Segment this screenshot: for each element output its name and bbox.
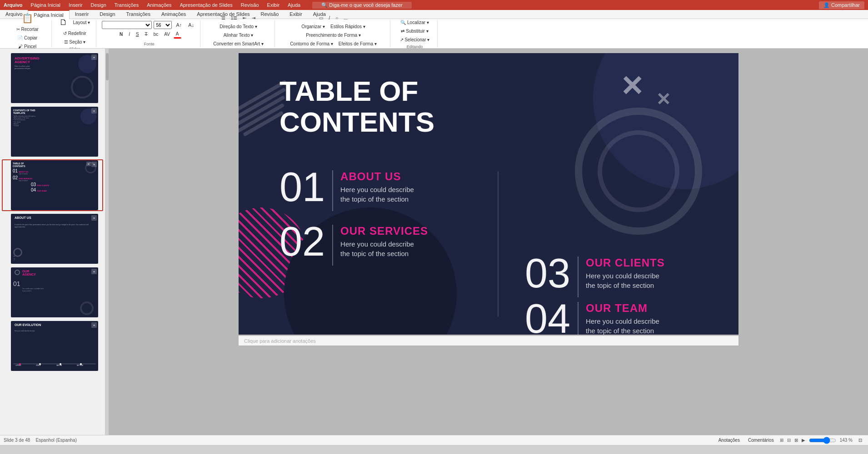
- paste-button[interactable]: 📋: [20, 12, 35, 25]
- layout-button[interactable]: Layout ▾: [71, 16, 93, 29]
- tab-transicoes[interactable]: Transições: [121, 10, 156, 19]
- ribbon-tabs: Arquivo Página Inicial Inserir Design Tr…: [0, 10, 868, 19]
- drawing-group: ▭ / ○ ... Organizar ▾ Estilos Rápidos ▾ …: [277, 20, 390, 47]
- underline-button[interactable]: S: [134, 30, 141, 39]
- toc-section-title-03: OUR CLIENTS: [586, 257, 665, 269]
- quick-styles-button[interactable]: Estilos Rápidos ▾: [328, 23, 368, 30]
- comments-button[interactable]: Comentários: [746, 436, 776, 444]
- slides-group: 🗋 Layout ▾ ↺ Redefinir ☰ Seção ▾ Slides: [54, 20, 97, 47]
- increase-font-button[interactable]: A↑: [174, 21, 184, 29]
- share-button[interactable]: 👤 Compartilhar: [819, 1, 864, 9]
- clipboard-group: 📋 ✂ Recortar 📄 Copiar 🖌 Pincel Área de T…: [4, 20, 52, 47]
- title-line1: TABLE OF: [279, 76, 434, 107]
- menu-animacoes[interactable]: Animações: [147, 2, 171, 8]
- toc-number-03: 03: [525, 253, 570, 294]
- toc-section-title-04: OUR TEAM: [586, 302, 659, 315]
- notes-placeholder[interactable]: Clique para adicionar anotações: [244, 338, 316, 344]
- decrease-font-button[interactable]: A↓: [186, 21, 196, 29]
- shape-fill-button[interactable]: Preenchimento de Forma ▾: [304, 31, 363, 39]
- search-box[interactable]: 🔍 Diga-me o que você deseja fazer: [312, 2, 411, 9]
- decrease-indent-button[interactable]: ⇤: [240, 14, 249, 22]
- menu-transicoes[interactable]: Transições: [115, 2, 139, 8]
- view-slide-icon[interactable]: ⊟: [787, 438, 791, 443]
- section-button[interactable]: ☰ Seção ▾: [62, 38, 88, 46]
- zoom-slider[interactable]: [809, 437, 836, 444]
- panel-scrollbar[interactable]: [105, 49, 109, 435]
- toc-divider-04: [578, 302, 579, 335]
- close-slide-3[interactable]: ×: [91, 162, 97, 167]
- font-name-select[interactable]: [102, 21, 152, 29]
- slide-thumb-6[interactable]: 6 OUR EVOLUTION Here you could describe …: [2, 320, 103, 372]
- increase-indent-button[interactable]: ⇥: [249, 14, 258, 22]
- close-slide-2[interactable]: ×: [91, 108, 97, 114]
- view-presenter-icon[interactable]: ▶: [802, 438, 805, 443]
- tab-animacoes[interactable]: Animações: [156, 10, 191, 19]
- tab-exibir[interactable]: Exibir: [284, 10, 308, 19]
- find-button[interactable]: 🔍 Localizar ▾: [398, 19, 431, 26]
- align-text-button[interactable]: Alinhar Texto ▾: [221, 31, 255, 39]
- menu-apresentacao[interactable]: Apresentação de Slides: [180, 2, 233, 8]
- menu-exibir[interactable]: Exibir: [267, 2, 280, 8]
- slide-thumb-4[interactable]: 4 ABOUT US It could be the part of the p…: [2, 213, 103, 265]
- slide-thumb-3[interactable]: 3 TABLE OFCONTENTS 01 ABOUT US topic of …: [2, 159, 103, 211]
- slide-preview-3: TABLE OFCONTENTS 01 ABOUT US topic of se…: [11, 160, 98, 210]
- close-slide-6[interactable]: ×: [91, 322, 97, 328]
- slide-thumb-5[interactable]: 5 ○ OUR AGENCY 01 You could enter a subt…: [2, 266, 103, 318]
- shape-circle-button[interactable]: ○: [333, 14, 340, 22]
- close-slide-1[interactable]: ×: [91, 54, 97, 60]
- paragraph-group: ☰ 1☰ ⇤ ⇥ Direção do Texto ▾ Alinhar Text…: [202, 20, 275, 47]
- tab-design[interactable]: Design: [94, 10, 120, 19]
- menu-inserir[interactable]: Inserir: [69, 2, 83, 8]
- menu-pagina-inicial[interactable]: Página Inicial: [31, 2, 60, 8]
- notes-button[interactable]: Anotações: [716, 436, 742, 444]
- shape-more-button[interactable]: ...: [341, 14, 349, 22]
- slide-preview-4: ABOUT US It could be the part of the pre…: [11, 214, 98, 264]
- cut-button[interactable]: ✂ Recortar: [14, 25, 41, 33]
- menu-revisao[interactable]: Revisão: [241, 2, 259, 8]
- new-slide-button[interactable]: 🗋: [57, 16, 70, 29]
- app-name[interactable]: Arquivo: [4, 2, 23, 8]
- shadow-button[interactable]: bc: [151, 30, 161, 39]
- shape-line-button[interactable]: /: [326, 14, 332, 22]
- italic-button[interactable]: I: [126, 30, 132, 39]
- slide-thumb-2[interactable]: 2 CONTENTS OF THIS TEMPLATE • A little i…: [2, 106, 103, 158]
- text-direction-button[interactable]: Direção do Texto ▾: [217, 23, 259, 30]
- smartart-button[interactable]: Converter em SmartArt ▾: [211, 40, 266, 48]
- font-size-select[interactable]: 56: [154, 21, 172, 29]
- bold-button[interactable]: N: [117, 30, 125, 39]
- copy-button[interactable]: 📄 Copiar: [15, 34, 40, 42]
- toc-text-02: OUR SERVICES Here you could describe the…: [340, 225, 428, 258]
- slide-preview-2: CONTENTS OF THIS TEMPLATE • A little inf…: [11, 107, 98, 157]
- view-reading-icon[interactable]: ⊠: [794, 438, 798, 443]
- font-label: Fonte: [144, 42, 155, 46]
- char-spacing-button[interactable]: AV: [162, 30, 172, 39]
- shape-effects-button[interactable]: Efeitos de Forma ▾: [336, 40, 379, 48]
- select-button[interactable]: ↗ Selecionar ▾: [398, 36, 432, 44]
- numbering-button[interactable]: 1☰: [229, 14, 240, 22]
- toc-text-03: OUR CLIENTS Here you could describe the …: [586, 257, 665, 290]
- bullets-button[interactable]: ☰: [219, 14, 228, 22]
- zoom-fit-button[interactable]: ⊡: [856, 436, 864, 444]
- strikethrough-button[interactable]: T: [143, 30, 150, 39]
- menu-ajuda[interactable]: Ajuda: [288, 2, 300, 8]
- toc-item-04: 04 OUR TEAM Here you could describe the …: [525, 298, 659, 335]
- main-layout: 1 ADVERTISING AGENCY Here is where your …: [0, 49, 868, 435]
- toc-section-desc-04: Here you could describe the topic of the…: [586, 316, 659, 335]
- menu-design[interactable]: Design: [91, 2, 106, 8]
- font-color-button[interactable]: A: [174, 30, 181, 39]
- reset-button[interactable]: ↺ Redefinir: [61, 30, 89, 37]
- slide-main[interactable]: × × TABLE OF CONTENTS 01: [239, 53, 738, 335]
- replace-button[interactable]: ⇄ Substituir ▾: [399, 27, 430, 35]
- view-normal-icon[interactable]: ⊞: [780, 438, 783, 443]
- close-slide-5[interactable]: ×: [91, 269, 97, 274]
- shape-rect-button[interactable]: ▭: [317, 14, 325, 22]
- toc-item-02: 02 OUR SERVICES Here you could describe …: [279, 221, 428, 266]
- status-bar: Slide 3 de 48 Espanhol (Espanha) Anotaçõ…: [0, 435, 868, 445]
- arrange-button[interactable]: Organizar ▾: [299, 23, 327, 30]
- canvas-area: × × TABLE OF CONTENTS 01: [109, 49, 868, 435]
- slide-thumb-1[interactable]: 1 ADVERTISING AGENCY Here is where your …: [2, 52, 103, 104]
- notes-bar: Clique para adicionar anotações: [239, 336, 738, 345]
- tab-revisao[interactable]: Revisão: [255, 10, 284, 19]
- close-slide-4[interactable]: ×: [91, 215, 97, 221]
- shape-outline-button[interactable]: Contorno de Forma ▾: [288, 40, 335, 48]
